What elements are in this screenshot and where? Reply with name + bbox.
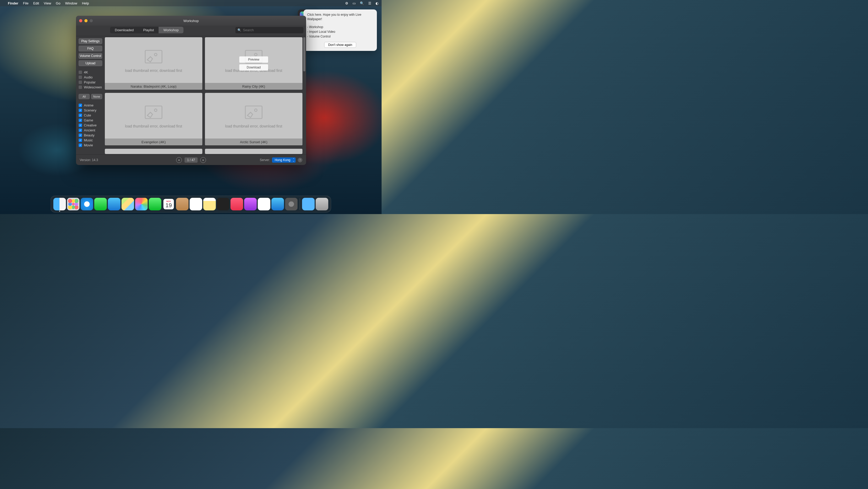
tab-workshop[interactable]: Workshop	[159, 27, 183, 33]
cat-movie[interactable]: ✓Movie	[79, 143, 102, 147]
svg-point-5	[154, 109, 157, 112]
settings-icon[interactable]: ⚙	[345, 1, 348, 5]
card-title: Naraka: Bladepoint (4K, Loop)	[105, 83, 202, 90]
dock-trash-icon[interactable]	[316, 198, 329, 210]
select-all-button[interactable]: All	[79, 94, 90, 99]
cat-scenery[interactable]: ✓Scenery	[79, 108, 102, 112]
tab-downloaded[interactable]: Downloaded	[110, 27, 138, 33]
dock-safari-icon[interactable]	[81, 198, 93, 210]
minimize-button[interactable]	[84, 19, 88, 22]
menu-window[interactable]: Window	[65, 1, 77, 5]
tab-playlist[interactable]: Playlist	[138, 27, 159, 33]
wallpaper-card[interactable]: load thumbnail error, download first Nar…	[105, 37, 202, 90]
filter-top-list: 4K Audio Popular Widescreen	[79, 70, 102, 89]
dock-tv-icon[interactable]	[217, 198, 229, 210]
dock-downloads-icon[interactable]	[302, 198, 315, 210]
cat-ancient[interactable]: ✓Ancient	[79, 128, 102, 132]
control-center-icon[interactable]: ☰	[368, 1, 371, 5]
dock-messages-icon[interactable]	[94, 198, 107, 210]
preview-button[interactable]: Preview	[239, 56, 268, 63]
spotlight-icon[interactable]: 🔍	[360, 1, 364, 5]
dock-contacts-icon[interactable]	[176, 198, 189, 210]
search-input[interactable]	[243, 28, 301, 32]
cat-beauty[interactable]: ✓Beauty	[79, 133, 102, 137]
svg-point-7	[254, 109, 257, 112]
menubar-app-name[interactable]: Finder	[8, 1, 18, 5]
svg-point-3	[254, 53, 257, 56]
dock-news-icon[interactable]	[258, 198, 271, 210]
svg-point-1	[154, 53, 157, 56]
dont-show-again-button[interactable]: Don't show again	[324, 42, 356, 48]
dock-notes-icon[interactable]	[204, 198, 216, 210]
download-button[interactable]: Download	[239, 64, 268, 70]
wallpaper-card-partial[interactable]	[205, 149, 303, 154]
wallpaper-card[interactable]: load thumbnail error, download first Arc…	[205, 93, 303, 145]
scrollbar-track[interactable]	[303, 37, 305, 153]
notification-bullets: - Workshop - Import Local Video - Volume…	[307, 25, 373, 39]
window-titlebar[interactable]: Workshop	[76, 16, 306, 26]
zoom-button[interactable]	[90, 19, 93, 22]
wallpaper-card-partial[interactable]	[105, 149, 202, 154]
next-page-button[interactable]: »	[200, 157, 206, 163]
dock-finder-icon[interactable]	[54, 198, 66, 210]
svg-rect-0	[145, 50, 162, 63]
dock-maps-icon[interactable]	[122, 198, 134, 210]
dock-calendar-icon[interactable]: NOV 19	[162, 198, 175, 210]
broken-image-icon	[143, 103, 164, 121]
notification-message: Click here. Hope you to enjoy with Live …	[307, 12, 373, 22]
screen-mirror-icon[interactable]: ▭	[352, 1, 355, 5]
dock-photos-icon[interactable]	[135, 198, 148, 210]
menu-view[interactable]: View	[44, 1, 51, 5]
sidebar: Play Settings FAQ Volume Control Upload …	[76, 36, 105, 154]
menu-file[interactable]: File	[23, 1, 29, 5]
dock-podcasts-icon[interactable]	[244, 198, 257, 210]
broken-image-icon	[243, 103, 264, 121]
card-title: Arctic Sunset (4K)	[205, 139, 303, 145]
prev-page-button[interactable]: «	[176, 157, 182, 163]
dock-appstore-icon[interactable]	[272, 198, 284, 210]
select-none-button[interactable]: None	[91, 94, 102, 99]
dock-mail-icon[interactable]	[108, 198, 121, 210]
dock-music-icon[interactable]	[230, 198, 243, 210]
help-button[interactable]: ?	[298, 158, 303, 163]
dock-separator	[300, 198, 300, 210]
play-settings-button[interactable]: Play Settings	[79, 38, 102, 44]
dock-launchpad-icon[interactable]	[67, 198, 80, 210]
search-field[interactable]: 🔍	[235, 27, 304, 33]
pager: « 1 / 47 »	[176, 157, 206, 163]
cat-cute[interactable]: ✓Cute	[79, 113, 102, 117]
dock-facetime-icon[interactable]	[149, 198, 161, 210]
faq-button[interactable]: FAQ	[79, 46, 102, 51]
server-select[interactable]: Hong Kong	[272, 157, 296, 163]
window-title: Workshop	[183, 19, 199, 23]
menu-edit[interactable]: Edit	[33, 1, 39, 5]
filter-widescreen[interactable]: Widescreen	[79, 85, 102, 89]
cat-music[interactable]: ✓Music	[79, 138, 102, 142]
search-icon: 🔍	[238, 28, 241, 32]
siri-icon[interactable]: ◐	[376, 1, 378, 5]
cat-creative[interactable]: ✓Creative	[79, 123, 102, 127]
filter-audio[interactable]: Audio	[79, 75, 102, 79]
cat-game[interactable]: ✓Game	[79, 118, 102, 122]
card-hover-overlay: Preview Download	[239, 56, 268, 70]
close-button[interactable]	[79, 19, 82, 22]
filter-popular[interactable]: Popular	[79, 80, 102, 84]
dock: NOV 19	[51, 196, 331, 212]
notification-popover: Click here. Hope you to enjoy with Live …	[304, 9, 377, 51]
dock-reminders-icon[interactable]	[190, 198, 202, 210]
menu-go[interactable]: Go	[56, 1, 60, 5]
scrollbar-thumb[interactable]	[303, 37, 305, 71]
wallpaper-grid: load thumbnail error, download first Nar…	[105, 36, 303, 154]
upload-button[interactable]: Upload	[79, 60, 102, 66]
wallpaper-card[interactable]: load thumbnail error, download first Eva…	[105, 93, 202, 145]
broken-image-icon	[143, 48, 164, 66]
server-label: Server:	[260, 158, 270, 162]
svg-rect-4	[145, 106, 162, 119]
filter-4k[interactable]: 4K	[79, 70, 102, 74]
wallpaper-card[interactable]: load thumbnail error, download first Pre…	[205, 37, 303, 90]
menu-help[interactable]: Help	[82, 1, 89, 5]
window-footer: Version: 14.3 « 1 / 47 » Server: Hong Ko…	[76, 154, 306, 165]
cat-anime[interactable]: ✓Anime	[79, 103, 102, 107]
volume-control-button[interactable]: Volume Control	[79, 53, 102, 59]
dock-settings-icon[interactable]	[285, 198, 298, 210]
